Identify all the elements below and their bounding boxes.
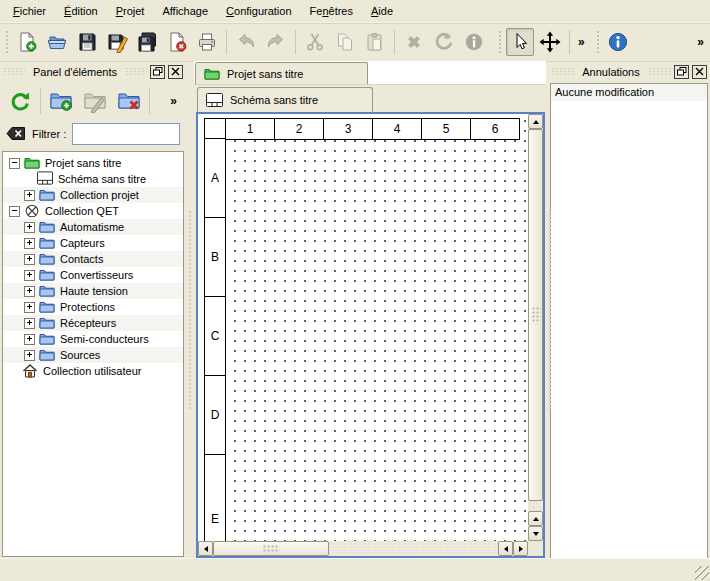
tree-item-automatisme[interactable]: Automatisme [3,219,183,235]
menu-item-projet[interactable]: Projet [107,1,154,21]
redo-button[interactable] [262,28,290,56]
cut-button[interactable] [301,28,329,56]
project-info-button[interactable] [604,28,632,56]
rotate-button[interactable] [430,28,458,56]
scroll-up-button-2[interactable] [528,511,543,526]
save-as-button[interactable] [103,28,131,56]
toolbar-drag-handle[interactable] [497,29,503,55]
schema-tab-label: Schéma sans titre [230,94,318,106]
filter-input[interactable] [72,123,180,145]
selection-mode-button[interactable] [506,28,534,56]
tree-item-sche-ma-sans-titre[interactable]: Schéma sans titre [3,171,183,187]
open-file-button[interactable] [43,28,71,56]
horizontal-scroll-thumb[interactable] [213,541,329,556]
tree-item-haute-tension[interactable]: Haute tension [3,283,183,299]
expand-icon[interactable] [24,334,35,345]
float-panel-button[interactable] [674,65,689,79]
horizontal-scroll-track[interactable] [329,541,498,556]
folder-icon [39,187,55,203]
horizontal-scrollbar[interactable] [198,541,528,556]
resize-grip[interactable] [695,566,709,580]
menu-item-edition[interactable]: Édition [55,1,107,21]
copy-button[interactable] [331,28,359,56]
delete-button[interactable] [400,28,428,56]
tree-item-re-cepteurs[interactable]: Récepteurs [3,315,183,331]
expand-icon[interactable] [24,238,35,249]
expand-icon[interactable] [24,286,35,297]
menu-item-affichage[interactable]: Affichage [153,1,217,21]
tree-item-collection-qet[interactable]: Collection QET [3,203,183,219]
tree-item-contacts[interactable]: Contacts [3,251,183,267]
reload-icon [8,89,32,113]
schema-tab[interactable]: Schéma sans titre [197,87,373,112]
tree-item-collection-utilisateur[interactable]: Collection utilisateur [3,363,183,379]
delete-category-button[interactable] [115,87,143,115]
left-splitter-handle[interactable] [186,61,194,559]
new-file-button[interactable] [13,28,41,56]
edit-category-button[interactable] [81,87,109,115]
expand-icon[interactable] [24,254,35,265]
element-panel-overflow-button[interactable]: » [164,94,183,108]
toolbar-overflow-button[interactable]: » [574,35,589,49]
expand-icon[interactable] [24,302,35,313]
reload-collections-button[interactable] [6,87,34,115]
paste-button[interactable] [361,28,389,56]
collapse-icon[interactable] [9,206,20,217]
expand-icon[interactable] [24,222,35,233]
new-category-button[interactable] [47,87,75,115]
scroll-down-button[interactable] [528,526,543,541]
menu-item-configuration[interactable]: Configuration [217,1,300,21]
pan-mode-button[interactable] [536,28,564,56]
workspace: Projet sans titre Schéma sans titre 1234… [194,61,546,559]
close-panel-button[interactable] [168,65,183,79]
expand-icon[interactable] [24,270,35,281]
element-panel-titlebar[interactable]: Panel d'éléments [0,61,186,82]
expand-icon[interactable] [24,350,35,361]
element-info-button[interactable] [460,28,488,56]
tree-item-semi-conducteurs[interactable]: Semi-conducteurs [3,331,183,347]
close-file-button[interactable] [163,28,191,56]
scroll-right-button[interactable] [513,541,528,556]
save-button[interactable] [73,28,101,56]
close-panel-button[interactable] [692,65,707,79]
toolbar-drag-handle[interactable] [4,29,10,55]
tree-item-projet-sans-titre[interactable]: Projet sans titre [3,155,183,171]
save-all-button[interactable] [133,28,161,56]
undo-list-item[interactable]: Aucune modification [551,84,707,101]
collapse-icon[interactable] [9,158,20,169]
vertical-scroll-track[interactable] [528,501,543,511]
menu-item-aide[interactable]: Aide [362,1,402,21]
undo-panel-titlebar[interactable]: Annulations [548,61,710,82]
vertical-scrollbar[interactable] [528,114,543,541]
project-tab[interactable]: Projet sans titre [195,62,368,84]
undo-list[interactable]: Aucune modification [550,83,708,559]
undo-panel-dock: Annulations Aucune modification [548,61,710,559]
menu-item-fenetres[interactable]: Fenêtres [301,1,362,21]
vertical-scroll-thumb[interactable] [528,129,543,501]
diagram-view[interactable]: 123456 ABCDE [196,112,545,558]
undo-icon [235,31,257,53]
scroll-left-button[interactable] [198,541,213,556]
folder-icon [39,267,55,283]
clear-filter-icon[interactable] [6,125,26,142]
undo-button[interactable] [232,28,260,56]
tree-item-sources[interactable]: Sources [3,347,183,363]
float-panel-button[interactable] [150,65,165,79]
expand-icon[interactable] [24,318,35,329]
toolbar-drag-handle[interactable] [595,29,601,55]
tree-item-capteurs[interactable]: Capteurs [3,235,183,251]
print-button[interactable] [193,28,221,56]
expand-icon[interactable] [24,190,35,201]
scroll-left-button-2[interactable] [498,541,513,556]
scroll-up-button[interactable] [528,114,543,129]
tree-item-label: Protections [60,301,119,313]
print-icon [196,31,218,53]
diagram-canvas[interactable]: 123456 ABCDE [198,114,528,541]
toolbar-overflow-button-2[interactable]: » [693,35,708,49]
close-icon [695,67,704,76]
tree-item-collection-projet[interactable]: Collection projet [3,187,183,203]
right-splitter-handle[interactable] [546,61,548,559]
menu-item-fichier[interactable]: Fichier [4,1,55,21]
tree-item-protections[interactable]: Protections [3,299,183,315]
tree-item-convertisseurs[interactable]: Convertisseurs [3,267,183,283]
